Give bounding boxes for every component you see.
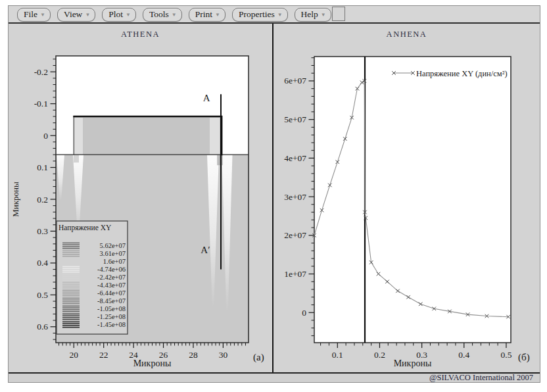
svg-text:4e+07: 4e+07 xyxy=(284,153,306,163)
svg-text:-1.25e+08: -1.25e+08 xyxy=(97,313,126,320)
svg-text:1e+07: 1e+07 xyxy=(284,269,306,279)
svg-text:0.4: 0.4 xyxy=(37,258,48,268)
dropdown-arrow-icon: ▼ xyxy=(277,12,283,18)
menu-button-file[interactable]: File▼ xyxy=(17,8,51,22)
dropdown-arrow-icon: ▼ xyxy=(172,12,177,18)
stress-profile-plot: 0.10.20.30.40.501e+072e+073e+074e+075e+0… xyxy=(274,22,540,374)
svg-text:A: A xyxy=(203,93,210,103)
menu-button-label: Properties xyxy=(239,9,275,19)
svg-text:1.6e+07: 1.6e+07 xyxy=(103,258,126,265)
svg-text:-1.45e+08: -1.45e+08 xyxy=(97,321,126,328)
svg-text:0.5: 0.5 xyxy=(37,290,48,300)
menu-button-label: View xyxy=(64,9,82,19)
svg-text:28: 28 xyxy=(189,350,198,360)
svg-text:5.62e+07: 5.62e+07 xyxy=(100,242,126,249)
svg-text:-2.42e+07: -2.42e+07 xyxy=(97,274,126,281)
window-control-box[interactable] xyxy=(332,7,345,21)
svg-text:Микроны: Микроны xyxy=(394,358,432,368)
svg-text:Микроны: Микроны xyxy=(11,182,20,217)
panel-divider xyxy=(272,22,274,374)
dropdown-arrow-icon: ▼ xyxy=(215,12,220,18)
menu-button-label: Tools xyxy=(149,9,169,19)
svg-text:-1.05e+08: -1.05e+08 xyxy=(97,305,126,312)
svg-text:Напряжение XY (дин/см²): Напряжение XY (дин/см²) xyxy=(416,69,508,78)
left-panel-title: ATHENA xyxy=(9,30,272,39)
svg-text:3e+07: 3e+07 xyxy=(284,192,306,202)
menu-button-label: Plot xyxy=(108,9,123,19)
tonyplot-window: File▼View▼Plot▼Tools▼Print▼Properties▼He… xyxy=(8,5,540,383)
menu-button-label: File xyxy=(24,9,37,19)
svg-text:0.4: 0.4 xyxy=(458,350,469,360)
svg-text:Микроны: Микроны xyxy=(133,358,172,368)
panel-b-label: (б) xyxy=(518,352,530,363)
right-panel-title: ANHENA xyxy=(274,30,540,39)
dropdown-arrow-icon: ▼ xyxy=(85,12,90,18)
menu-button-label: Print xyxy=(195,9,212,19)
status-bar: @SILVACO International 2007 xyxy=(9,372,540,382)
dropdown-arrow-icon: ▼ xyxy=(40,12,45,18)
svg-text:0.5: 0.5 xyxy=(501,350,512,360)
menu-button-print[interactable]: Print▼ xyxy=(189,8,226,22)
athena-section-plot: 202224262830-0.2-0.100.10.20.30.40.50.6М… xyxy=(9,22,273,374)
copyright-text: @SILVACO International 2007 xyxy=(429,373,533,382)
dropdown-arrow-icon: ▼ xyxy=(126,12,131,18)
svg-text:2e+07: 2e+07 xyxy=(284,230,306,240)
svg-text:30: 30 xyxy=(219,350,228,360)
svg-text:0.6: 0.6 xyxy=(37,322,48,331)
svg-text:-4.43e+07: -4.43e+07 xyxy=(97,282,126,289)
svg-text:0: 0 xyxy=(43,131,48,141)
svg-text:3.61e+07: 3.61e+07 xyxy=(100,250,126,257)
svg-text:-8.45e+07: -8.45e+07 xyxy=(97,297,126,305)
svg-text:0.2: 0.2 xyxy=(374,350,385,360)
svg-text:-4.74e+06: -4.74e+06 xyxy=(97,266,126,273)
svg-text:20: 20 xyxy=(70,350,79,360)
svg-text:-6.44e+07: -6.44e+07 xyxy=(97,289,126,297)
dropdown-arrow-icon: ▼ xyxy=(321,12,326,18)
svg-text:22: 22 xyxy=(99,350,108,360)
svg-text:5e+07: 5e+07 xyxy=(284,114,306,124)
svg-text:-0.2: -0.2 xyxy=(34,67,48,77)
svg-text:0.2: 0.2 xyxy=(37,195,48,205)
svg-text:0.1: 0.1 xyxy=(37,162,48,172)
svg-text:6e+07: 6e+07 xyxy=(284,76,306,86)
svg-text:0.1: 0.1 xyxy=(332,350,343,360)
menu-button-tools[interactable]: Tools▼ xyxy=(143,8,182,22)
svg-text:0: 0 xyxy=(302,308,306,318)
menu-button-help[interactable]: Help▼ xyxy=(295,8,331,22)
menu-button-view[interactable]: View▼ xyxy=(57,8,95,22)
menu-button-label: Help xyxy=(301,9,318,19)
svg-text:-0.1: -0.1 xyxy=(34,99,48,109)
screenshot-page: File▼View▼Plot▼Tools▼Print▼Properties▼He… xyxy=(0,0,547,392)
menu-bar: File▼View▼Plot▼Tools▼Print▼Properties▼He… xyxy=(9,6,540,24)
svg-text:A′: A′ xyxy=(201,245,210,255)
svg-text:Напряжение XY: Напряжение XY xyxy=(59,224,112,232)
menu-button-properties[interactable]: Properties▼ xyxy=(232,8,288,22)
svg-text:0.3: 0.3 xyxy=(37,226,48,236)
menu-button-plot[interactable]: Plot▼ xyxy=(102,8,136,22)
panel-a-label: (a) xyxy=(253,352,264,363)
